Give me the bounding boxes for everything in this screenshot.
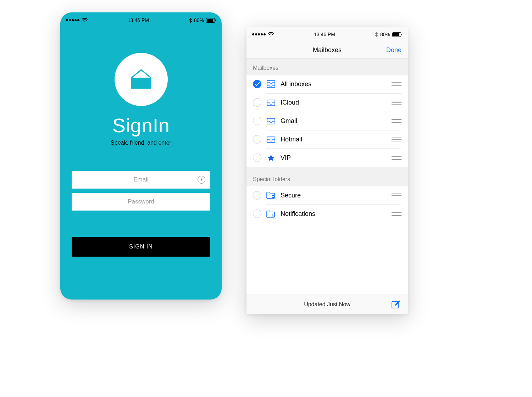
list-item[interactable]: Gmail [246, 112, 408, 130]
radio-unchecked[interactable] [253, 191, 261, 200]
list-item[interactable]: Notifications [246, 205, 408, 223]
compose-icon [391, 300, 400, 309]
radio-unchecked[interactable] [253, 98, 261, 107]
info-icon[interactable]: i [198, 176, 205, 184]
radio-unchecked[interactable] [253, 209, 261, 218]
drag-handle-icon[interactable] [392, 212, 401, 216]
battery-icon [392, 32, 402, 37]
drag-handle-icon[interactable] [392, 119, 401, 123]
password-field[interactable] [72, 193, 210, 211]
bluetooth-icon [375, 32, 378, 37]
signin-subtitle: Speak, friend, and enter [60, 140, 222, 146]
inbox-icon [266, 136, 276, 143]
wifi-icon [268, 32, 274, 37]
compose-button[interactable] [391, 300, 401, 309]
drag-handle-icon[interactable] [392, 156, 401, 160]
list-item[interactable]: ICloud [246, 93, 408, 112]
toolbar: Updated Just Now [246, 295, 408, 314]
status-time: 13:46 PM [128, 17, 149, 23]
folder-bell-icon [266, 210, 276, 218]
drag-handle-icon[interactable] [392, 101, 401, 105]
toolbar-status: Updated Just Now [304, 301, 350, 308]
status-time: 13:46 PM [314, 32, 335, 37]
nav-title: Mailboxes [313, 46, 342, 54]
list-item-label: Secure [281, 192, 387, 199]
svg-rect-4 [393, 33, 399, 36]
list-item-label: Gmail [281, 117, 387, 125]
star-icon [266, 154, 276, 162]
list-item[interactable]: All inboxes [246, 75, 408, 93]
email-field-wrap: i [72, 171, 210, 189]
open-envelope-icon [128, 66, 154, 93]
signal-dots-icon [66, 19, 79, 21]
radio-checked[interactable] [253, 80, 261, 88]
section-header-mailboxes: Mailboxes [246, 58, 408, 75]
folder-shield-icon [266, 191, 276, 199]
email-field[interactable] [72, 171, 210, 189]
list-item[interactable]: Hotmail [246, 130, 408, 149]
signin-title: SignIn [60, 114, 222, 137]
bluetooth-icon [189, 18, 192, 23]
wifi-icon [82, 18, 88, 23]
list-item-label: ICloud [281, 99, 387, 106]
mailboxes-screen: 13:46 PM 80% Mailboxes Done Mailboxes Al… [246, 27, 408, 314]
inbox-icon [266, 100, 276, 106]
list-item-label: Hotmail [281, 136, 387, 143]
inbox-icon [266, 118, 276, 124]
radio-unchecked[interactable] [253, 135, 261, 144]
nav-bar: Mailboxes Done [246, 42, 408, 58]
status-battery: 80% [380, 32, 390, 37]
password-field-wrap [72, 193, 210, 211]
signin-screen: 13:46 PM 80% SignIn Speak, friend, and e… [60, 12, 222, 300]
status-bar: 13:46 PM 80% [246, 27, 408, 42]
drag-handle-icon[interactable] [392, 194, 401, 197]
signin-button[interactable]: SIGN IN [72, 237, 210, 257]
list-item[interactable]: VIP [246, 149, 408, 167]
inbox-stack-icon [266, 80, 276, 88]
battery-icon [206, 18, 216, 23]
drag-handle-icon[interactable] [392, 138, 401, 141]
svg-rect-2 [215, 19, 216, 21]
status-battery: 80% [194, 17, 204, 23]
signal-dots-icon [252, 33, 266, 35]
drag-handle-icon[interactable] [392, 82, 401, 86]
mailboxes-list: All inboxesICloudGmailHotmailVIP [246, 75, 408, 167]
radio-unchecked[interactable] [253, 153, 261, 162]
done-button[interactable]: Done [386, 46, 401, 54]
list-item-label: All inboxes [281, 80, 387, 88]
status-bar: 13:46 PM 80% [60, 12, 222, 28]
list-item-label: VIP [281, 154, 387, 162]
list-item-label: Notifications [281, 210, 387, 218]
section-gap [246, 167, 408, 171]
section-header-special: Special folders [246, 171, 408, 186]
app-logo [115, 53, 168, 106]
special-folders-list: SecureNotifications [246, 186, 408, 223]
list-item[interactable]: Secure [246, 186, 408, 205]
svg-rect-5 [401, 34, 402, 35]
radio-unchecked[interactable] [253, 117, 261, 125]
svg-rect-1 [207, 19, 213, 22]
